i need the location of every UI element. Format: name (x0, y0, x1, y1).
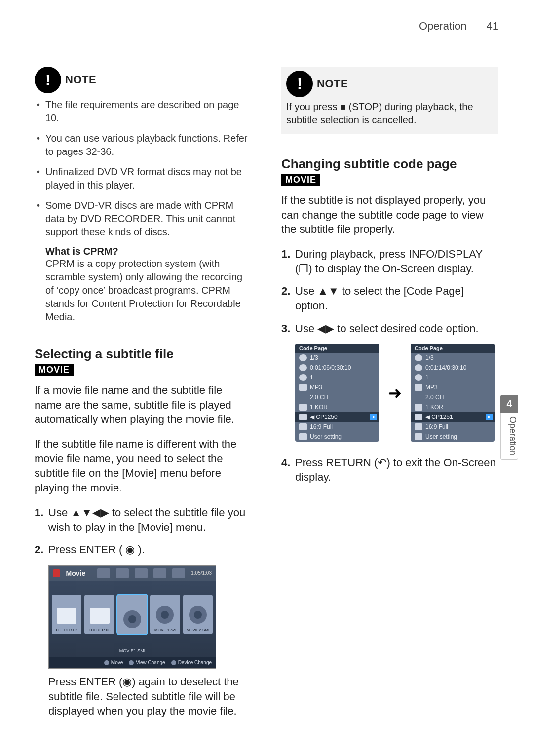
screenshot-caption: MOVIE1.SMI (49, 648, 216, 653)
body-paragraph: If the subtitle file name is different w… (35, 437, 252, 495)
screenshot-tile: FOLDER 03 (84, 595, 114, 634)
side-tab-number: 4 (500, 395, 518, 413)
step-item: Use ▲▼ to select the [Code Page] option. (281, 284, 498, 313)
steps-list: Use ▲▼◀▶ to select the subtitle file you… (35, 505, 252, 557)
cprm-answer: CPRM is a copy protection system (with s… (45, 257, 252, 324)
osd-title: Code Page (295, 344, 379, 353)
note-bullet: Some DVD-VR discs are made with CPRM dat… (35, 199, 252, 239)
side-tab: 4 Operation (500, 395, 518, 460)
screenshot-title: Movie (66, 569, 86, 577)
screenshot-counter: 1:05/1:03 (191, 570, 212, 576)
home-icon (53, 569, 60, 577)
note-badge: ! NOTE (35, 67, 252, 93)
osd-panel-right: Code Page 1/3 0:01:14/0:30:10 1 MP3 2.0 … (411, 344, 495, 442)
side-tab-label: Operation (500, 413, 518, 460)
body-paragraph: If the subtitle is not displayed properl… (281, 193, 498, 237)
alert-icon: ! (35, 67, 61, 93)
screenshot-tab (153, 568, 166, 578)
step-item: Use ◀▶ to select desired code option. (281, 321, 498, 336)
right-column: ! NOTE If you press ■ (STOP) during play… (281, 67, 498, 718)
section-title-selecting-subtitle: Selecting a subtitle file (35, 346, 252, 362)
note-label: NOTE (65, 74, 96, 86)
osd-pair: Code Page 1/3 0:01:06/0:30:10 1 MP3 2.0 … (295, 344, 498, 442)
steps-list-continued: Press RETURN (↶) to exit the On-Screen d… (281, 455, 498, 485)
screenshot-tile-selected (117, 595, 147, 634)
screenshot-tile: MOVIE1.avi (150, 595, 180, 634)
screenshot-tab (135, 568, 148, 578)
arrow-right-icon: ➜ (388, 383, 402, 403)
step-item: Use ▲▼◀▶ to select the subtitle file you… (35, 505, 252, 534)
note-text: If you press ■ (STOP) during playback, t… (286, 100, 494, 127)
alert-icon: ! (286, 71, 313, 97)
page-number: 41 (487, 20, 498, 33)
note-label: NOTE (317, 77, 348, 90)
cprm-question: What is CPRM? (45, 246, 252, 257)
osd-panel-left: Code Page 1/3 0:01:06/0:30:10 1 MP3 2.0 … (295, 344, 379, 442)
page-header: Operation 41 (35, 20, 498, 37)
screenshot-tile: MOVIE2.SMI (183, 595, 213, 634)
note-bullet: Unfinalized DVD VR format discs may not … (35, 165, 252, 192)
after-screenshot-text: Press ENTER (◉) again to deselect the su… (48, 675, 252, 718)
header-section: Operation (419, 20, 467, 33)
movie-tag: MOVIE (281, 174, 320, 186)
chevron-right-icon: ▸ (370, 414, 377, 420)
left-column: ! NOTE The file requirements are describ… (35, 67, 252, 718)
note-box: ! NOTE If you press ■ (STOP) during play… (281, 67, 498, 134)
note-bullet-list: The file requirements are described on p… (35, 98, 252, 239)
steps-list: During playback, press INFO/DISPLAY (❐) … (281, 247, 498, 336)
movie-menu-screenshot: Movie 1:05/1:03 FOLDER 02 FOLDER 03 MOVI… (48, 565, 216, 669)
movie-tag: MOVIE (35, 364, 74, 376)
step-item: During playback, press INFO/DISPLAY (❐) … (281, 247, 498, 276)
chevron-right-icon: ▸ (486, 414, 493, 420)
note-bullet: The file requirements are described on p… (35, 98, 252, 125)
step-item: Press ENTER ( ◉ ). (35, 542, 252, 557)
step-item: Press RETURN (↶) to exit the On-Screen d… (281, 455, 498, 485)
body-paragraph: If a movie file name and the subtitle fi… (35, 383, 252, 427)
screenshot-footer: Move View Change Device Change (49, 657, 216, 668)
screenshot-tab (116, 568, 129, 578)
screenshot-tab (172, 568, 185, 578)
section-title-code-page: Changing subtitle code page (281, 156, 498, 172)
note-bullet: You can use various playback functions. … (35, 132, 252, 158)
screenshot-tile: FOLDER 02 (52, 595, 81, 634)
screenshot-tab (97, 568, 110, 578)
osd-title: Code Page (411, 344, 495, 353)
